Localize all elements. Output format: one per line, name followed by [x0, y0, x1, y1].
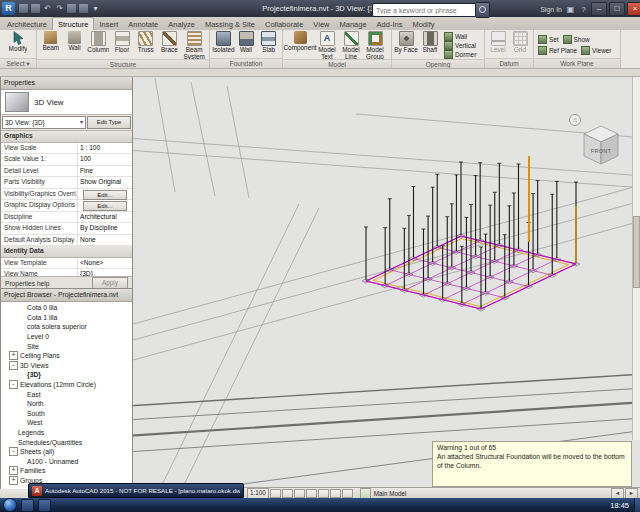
taskbar-app-icon[interactable]	[21, 499, 34, 512]
edit-button[interactable]: Edit...	[83, 190, 127, 200]
wall-button[interactable]: Wall	[63, 31, 87, 52]
set-work-plane-button[interactable]: Set	[538, 35, 559, 44]
grid-button[interactable]: Grid	[509, 31, 531, 54]
viewcube-home-icon[interactable]: ⌂	[569, 114, 581, 126]
by-face-button[interactable]: By Face	[394, 31, 418, 54]
tab-collaborate[interactable]: Collaborate	[260, 18, 308, 30]
tree-expander[interactable]: +	[9, 476, 18, 485]
close-button[interactable]: ×	[627, 2, 640, 16]
tree-item[interactable]: Cota 1 illa	[1, 313, 132, 323]
taskbar-app-icon[interactable]	[38, 499, 51, 512]
show-work-plane-button[interactable]: Show	[563, 35, 590, 44]
tree-item[interactable]: A100 - Unnamed	[1, 457, 132, 467]
edit-type-button[interactable]: Edit Type	[87, 116, 131, 129]
tab-analyze[interactable]: Analyze	[163, 18, 200, 30]
tree-expander[interactable]: -	[9, 380, 18, 389]
tree-item-active-view[interactable]: {3D}	[1, 370, 132, 380]
print-icon[interactable]	[67, 4, 76, 13]
column-button[interactable]: Column	[86, 31, 110, 54]
viewer-button[interactable]: Viewer	[581, 46, 611, 55]
type-dropdown[interactable]: 3D View: {3D} ▾	[2, 116, 86, 129]
properties-header[interactable]: Properties	[1, 77, 132, 90]
prop-value[interactable]: Show Original	[78, 177, 132, 188]
model-text-button[interactable]: A Model Text	[315, 31, 339, 60]
help-icon[interactable]: ?	[578, 4, 589, 15]
identity-section-header[interactable]: Identity Data	[1, 246, 132, 258]
model-group-button[interactable]: Model Group	[363, 31, 387, 60]
maximize-button[interactable]: □	[609, 2, 625, 16]
tree-item[interactable]: Schedules/Quantities	[1, 437, 132, 447]
scrollbar-thumb[interactable]	[633, 216, 640, 288]
tree-item[interactable]: cota solera superior	[1, 322, 132, 332]
open-icon[interactable]	[19, 4, 28, 13]
tree-item[interactable]: - Sheets (all)	[1, 447, 132, 457]
beam-button[interactable]: Beam	[39, 31, 63, 52]
panel-title-structure[interactable]: Structure	[37, 59, 209, 68]
tab-annotate[interactable]: Annotate	[123, 18, 163, 30]
slab-button[interactable]: Slab	[257, 31, 280, 54]
tree-expander[interactable]: +	[9, 351, 18, 360]
visual-style-icon[interactable]	[282, 489, 293, 498]
reveal-hidden-icon[interactable]	[342, 489, 353, 498]
measure-icon[interactable]	[79, 4, 88, 13]
project-browser-header[interactable]: Project Browser - Projectefinimera.nvt	[1, 289, 132, 302]
canvas-vertical-scrollbar[interactable]	[632, 76, 640, 440]
panel-title-select[interactable]: Select ▾	[0, 58, 36, 68]
vertical-opening-button[interactable]: Vertical	[444, 41, 476, 50]
qat-dropdown-icon[interactable]: ▾	[90, 3, 101, 14]
show-desktop-button[interactable]	[634, 498, 640, 512]
prop-value[interactable]: Architectural	[78, 212, 132, 223]
tab-structure[interactable]: Structure	[52, 17, 94, 30]
ref-plane-button[interactable]: Ref Plane	[538, 46, 577, 55]
drawing-area[interactable]: ⌂ FRONT Warning 1 out of 65 An attached …	[131, 76, 640, 487]
graphics-section-header[interactable]: Graphics	[1, 131, 132, 143]
tree-item[interactable]: East	[1, 389, 132, 399]
panel-title-work-plane[interactable]: Work Plane	[534, 58, 620, 68]
signin-label[interactable]: Sign In	[540, 6, 562, 13]
dormer-opening-button[interactable]: Dormer	[444, 50, 476, 59]
wall-opening-button[interactable]: Wall	[444, 32, 476, 41]
tab-architecture[interactable]: Architecture	[2, 18, 52, 30]
tab-massing-site[interactable]: Massing & Site	[200, 18, 260, 30]
search-input[interactable]	[372, 3, 476, 17]
prop-value[interactable]: Fine	[78, 166, 132, 177]
properties-help-link[interactable]: Properties help	[5, 280, 49, 287]
tab-modify[interactable]: Modify	[407, 18, 439, 30]
revit-app-button[interactable]: R	[2, 2, 15, 15]
search-icon[interactable]	[476, 2, 490, 18]
panel-title-datum[interactable]: Datum	[485, 58, 533, 68]
minimize-button[interactable]: –	[591, 2, 607, 16]
model-line-button[interactable]: Model Line	[339, 31, 363, 60]
floor-button[interactable]: Floor	[110, 31, 134, 54]
redo-icon[interactable]: ↷	[54, 3, 65, 14]
beam-system-button[interactable]: Beam System	[181, 31, 207, 60]
tab-insert[interactable]: Insert	[94, 18, 123, 30]
tab-addins[interactable]: Add-Ins	[372, 18, 408, 30]
undo-icon[interactable]: ↶	[42, 3, 53, 14]
crop-view-icon[interactable]	[318, 489, 329, 498]
brace-button[interactable]: Brace	[158, 31, 182, 54]
tree-item[interactable]: Level 0	[1, 332, 132, 342]
isolated-foundation-button[interactable]: Isolated	[212, 31, 235, 54]
detail-level-icon[interactable]	[270, 489, 281, 498]
tree-item[interactable]: Site	[1, 341, 132, 351]
crop-region-icon[interactable]	[330, 489, 341, 498]
tree-item[interactable]: Cota 0 illa	[1, 303, 132, 313]
viewcube[interactable]: ⌂ FRONT	[578, 120, 624, 170]
level-button[interactable]: Level	[487, 31, 509, 54]
panel-title-foundation[interactable]: Foundation	[210, 58, 282, 68]
prop-value[interactable]: <None>	[78, 258, 132, 269]
tree-item[interactable]: - Elevations (12mm Circle)	[1, 380, 132, 390]
main-model-label[interactable]: Main Model	[374, 490, 407, 497]
type-selector[interactable]: 3D View	[1, 90, 132, 115]
prop-value[interactable]: 100	[78, 154, 132, 165]
tree-item[interactable]: North	[1, 399, 132, 409]
save-icon[interactable]	[31, 4, 40, 13]
autocad-window-titlebar[interactable]: A Autodesk AutoCAD 2015 - NOT FOR RESALE…	[28, 483, 244, 498]
tree-item[interactable]: + Families	[1, 466, 132, 476]
panel-title-model[interactable]: Model	[283, 59, 391, 68]
tree-expander[interactable]: -	[9, 361, 18, 370]
truss-button[interactable]: Truss	[134, 31, 158, 54]
prop-value[interactable]: By Discipline	[78, 223, 132, 234]
tab-manage[interactable]: Manage	[334, 18, 371, 30]
